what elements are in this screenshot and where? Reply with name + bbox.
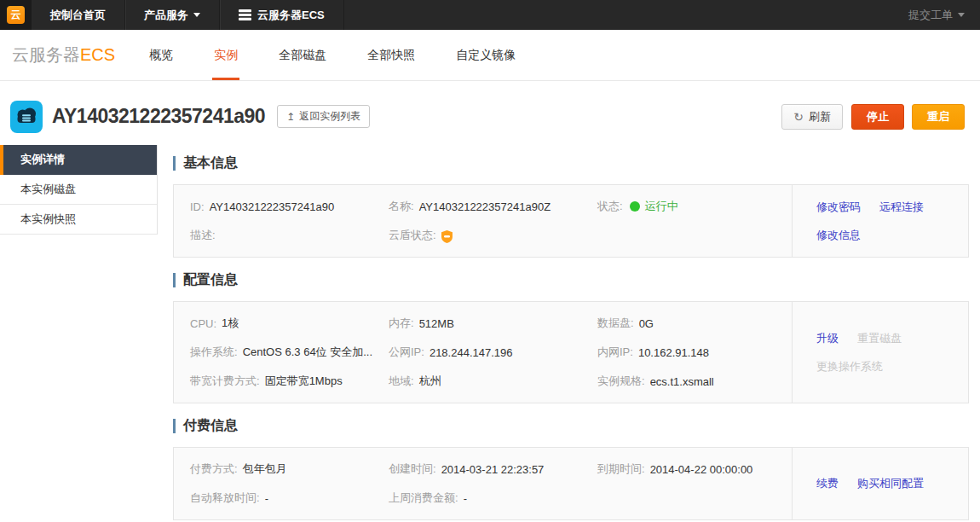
field-value: 512MB	[419, 317, 454, 330]
billing-info-fields: 付费方式: 包年包月 创建时间: 2014-03-21 22:23:57 到期时…	[174, 448, 792, 519]
refresh-button[interactable]: ↻ 刷新	[781, 104, 843, 130]
page-title-instance-id: AY140321222357241a90	[52, 105, 265, 128]
instance-cloud-server-icon	[10, 101, 43, 133]
field-label: 创建时间:	[389, 461, 436, 477]
sidebar-item-instance-snapshots[interactable]: 本实例快照	[0, 205, 157, 235]
basic-info-actions: 修改密码 远程连接 修改信息	[792, 185, 968, 257]
top-nav-menu: 控制台首页 产品服务 云服务器ECS	[32, 0, 344, 30]
upgrade-link[interactable]: 升级	[816, 331, 839, 346]
field-value: 固定带宽1Mbps	[265, 374, 343, 389]
field-value: 218.244.147.196	[429, 346, 513, 359]
tab-instances[interactable]: 实例	[212, 30, 239, 80]
field-region: 地域: 杭州	[389, 374, 597, 389]
section-title-basic-info: 基本信息	[173, 154, 969, 172]
remote-connect-link[interactable]: 远程连接	[879, 200, 924, 215]
field-label: 内网IP:	[597, 345, 633, 360]
field-value: 包年包月	[243, 461, 287, 477]
field-instance-spec: 实例规格: ecs.t1.xsmall	[597, 374, 792, 389]
field-public-ip: 公网IP: 218.244.147.196	[389, 345, 597, 360]
info-row: ID: AY140321222357241a90 名称: AY140321222…	[190, 192, 792, 221]
info-row: 自动释放时间: - 上周消费金额: -	[190, 484, 792, 513]
section-title-text: 基本信息	[183, 154, 238, 172]
nav-products[interactable]: 产品服务	[125, 0, 220, 30]
status-badge: 运行中	[645, 199, 678, 214]
field-shield-status: 云盾状态:	[389, 228, 597, 243]
field-value: AY140321222357241a90Z	[419, 200, 551, 213]
field-label: 内存:	[389, 316, 414, 331]
field-value: 2014-03-21 22:23:57	[441, 463, 545, 476]
config-info-box: CPU: 1核 内存: 512MB 数据盘: 0G	[173, 301, 969, 403]
tab-overview[interactable]: 概览	[147, 30, 175, 80]
brand-suffix: ECS	[80, 45, 115, 65]
field-id: ID: AY140321222357241a90	[190, 200, 389, 213]
field-label: 描述:	[190, 228, 216, 243]
back-button-label: 返回实例列表	[299, 109, 360, 124]
info-row: 付费方式: 包年包月 创建时间: 2014-03-21 22:23:57 到期时…	[190, 455, 792, 484]
info-row: CPU: 1核 内存: 512MB 数据盘: 0G	[190, 309, 792, 338]
aliyun-logo-icon: 云	[7, 6, 25, 24]
section-basic-info: 基本信息 ID: AY140321222357241a90 名称: AY1403…	[173, 154, 969, 258]
tab-all-disks[interactable]: 全部磁盘	[277, 30, 328, 80]
section-billing-info: 付费信息 付费方式: 包年包月 创建时间: 2014-03-21 22:23:5…	[173, 417, 969, 520]
refresh-icon: ↻	[793, 110, 804, 124]
caret-down-icon	[193, 13, 200, 20]
submit-ticket-link[interactable]: 提交工单	[893, 0, 980, 30]
caret-down-icon	[958, 13, 965, 20]
field-value: -	[464, 492, 467, 505]
section-title-bar	[173, 156, 176, 171]
field-auto-release-time: 自动释放时间: -	[190, 490, 389, 506]
field-label: CPU:	[190, 317, 216, 330]
section-config-info: 配置信息 CPU: 1核 内存: 512MB	[173, 271, 969, 403]
modify-info-link[interactable]: 修改信息	[816, 228, 861, 243]
instance-title-bar: AY140321222357241a90 ↥ 返回实例列表 ↻ 刷新 停止 重启	[0, 81, 980, 145]
field-label: 公网IP:	[389, 345, 424, 360]
field-status: 状态: 运行中	[597, 199, 792, 214]
nav-products-label: 产品服务	[144, 8, 188, 23]
change-password-link[interactable]: 修改密码	[816, 200, 861, 215]
buy-same-config-link[interactable]: 购买相同配置	[857, 476, 924, 491]
billing-info-actions: 续费 购买相同配置	[792, 448, 968, 519]
product-brand: 云服务器 ECS	[12, 30, 115, 80]
field-label: 付费方式:	[190, 461, 238, 477]
product-header: 云服务器 ECS 概览 实例 全部磁盘 全部快照 自定义镜像	[0, 30, 980, 81]
action-row: 更换操作系统	[816, 359, 968, 374]
config-info-actions: 升级 重置磁盘 更换操作系统	[792, 302, 968, 403]
field-os: 操作系统: CentOS 6.3 64位 安全加...	[190, 345, 389, 360]
field-bandwidth-billing: 带宽计费方式: 固定带宽1Mbps	[190, 374, 389, 389]
field-last-week-spend: 上周消费金额: -	[389, 490, 597, 506]
tab-all-snapshots[interactable]: 全部快照	[366, 30, 417, 80]
section-title-text: 配置信息	[183, 271, 238, 289]
product-tabs: 概览 实例 全部磁盘 全部快照 自定义镜像	[147, 30, 555, 80]
action-row: 升级 重置磁盘	[816, 331, 968, 346]
section-title-config-info: 配置信息	[173, 271, 969, 289]
renew-link[interactable]: 续费	[816, 476, 839, 491]
info-row: 描述: 云盾状态:	[190, 221, 792, 250]
info-row: 带宽计费方式: 固定带宽1Mbps 地域: 杭州 实例规格: ecs.t1.xs…	[190, 367, 792, 396]
field-name: 名称: AY140321222357241a90Z	[389, 199, 597, 214]
back-to-instance-list-button[interactable]: ↥ 返回实例列表	[277, 105, 370, 128]
field-pay-type: 付费方式: 包年包月	[190, 461, 389, 477]
field-value: -	[265, 492, 268, 505]
restart-button[interactable]: 重启	[912, 104, 965, 130]
action-row: 续费 购买相同配置	[816, 476, 968, 491]
field-cpu: CPU: 1核	[190, 316, 389, 331]
nav-console-home[interactable]: 控制台首页	[32, 0, 125, 30]
field-label: 云盾状态:	[389, 228, 436, 243]
refresh-button-label: 刷新	[809, 109, 831, 125]
aliyun-logo[interactable]: 云	[0, 0, 32, 30]
tab-custom-images[interactable]: 自定义镜像	[454, 30, 517, 80]
field-label: 地域:	[389, 374, 414, 389]
nav-current-product-ecs[interactable]: 云服务器ECS	[220, 0, 344, 30]
basic-info-fields: ID: AY140321222357241a90 名称: AY140321222…	[174, 185, 792, 257]
return-arrow-icon: ↥	[286, 111, 295, 123]
title-bar-actions: ↻ 刷新 停止 重启	[781, 104, 965, 130]
field-value: 1核	[222, 316, 239, 331]
sidebar-item-instance-disks[interactable]: 本实例磁盘	[0, 175, 157, 205]
stop-button[interactable]: 停止	[851, 104, 904, 130]
billing-info-box: 付费方式: 包年包月 创建时间: 2014-03-21 22:23:57 到期时…	[173, 447, 969, 520]
server-icon	[239, 9, 251, 20]
content-area: 实例详情 本实例磁盘 本实例快照 基本信息 ID: AY140321222357…	[0, 145, 980, 520]
sidebar-item-instance-details[interactable]: 实例详情	[0, 145, 157, 175]
field-value: ecs.t1.xsmall	[650, 375, 714, 388]
basic-info-box: ID: AY140321222357241a90 名称: AY140321222…	[173, 184, 969, 258]
